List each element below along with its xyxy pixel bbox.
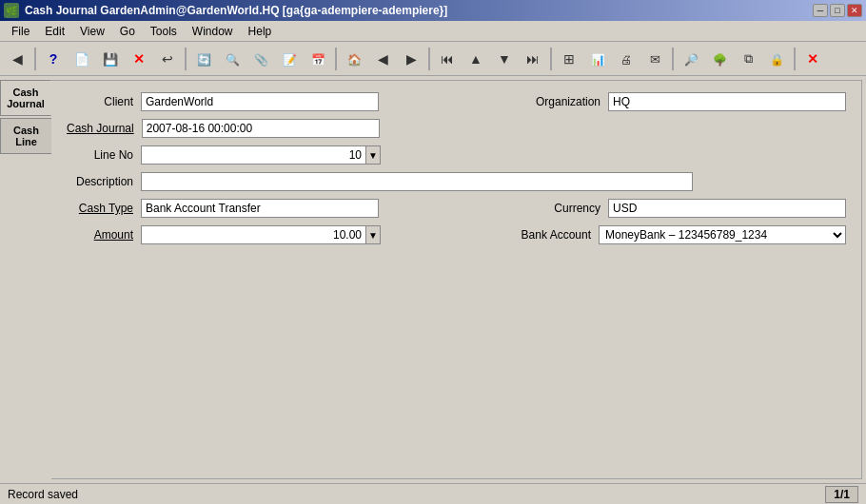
- email-button[interactable]: [641, 46, 668, 72]
- form-row-cashjournal: Cash Journal: [67, 119, 846, 138]
- side-tabs: Cash Journal Cash Line: [0, 76, 51, 483]
- form-row-description: Description: [67, 172, 846, 191]
- sep4: [428, 48, 430, 70]
- currency-input[interactable]: [608, 199, 846, 218]
- undo-icon: [162, 51, 173, 67]
- print-button[interactable]: [613, 46, 640, 72]
- chart-icon: [591, 51, 605, 67]
- lineno-spin-button[interactable]: ▼: [365, 145, 381, 165]
- title-bar-text: Cash Journal GardenAdmin@GardenWorld.HQ …: [25, 4, 447, 17]
- calendar-button[interactable]: [305, 46, 331, 72]
- currency-label: Currency: [543, 202, 600, 215]
- amount-spin-button[interactable]: ▼: [365, 225, 381, 244]
- up-button[interactable]: [463, 46, 489, 72]
- amount-input[interactable]: [141, 225, 365, 244]
- up-icon: [469, 51, 482, 67]
- back-button[interactable]: [4, 46, 30, 72]
- lineno-input[interactable]: [141, 145, 365, 165]
- sep2: [185, 48, 187, 70]
- app-icon: 🌿: [4, 3, 19, 18]
- find-icon: [226, 51, 240, 67]
- cal-icon: [311, 51, 325, 67]
- copy-icon: [744, 50, 753, 67]
- desc-label: Description: [67, 175, 133, 188]
- sep7: [794, 48, 796, 70]
- note-button[interactable]: [276, 46, 303, 72]
- menu-help[interactable]: Help: [241, 23, 280, 40]
- first-button[interactable]: [434, 46, 461, 72]
- down-icon: [498, 51, 511, 67]
- form-row-amount: Amount ▼ Bank Account MoneyBank – 123456…: [67, 225, 846, 244]
- cashjournal-input[interactable]: [142, 119, 380, 138]
- maximize-button[interactable]: □: [830, 4, 845, 17]
- zoom-button[interactable]: [678, 46, 704, 72]
- client-input[interactable]: [141, 92, 379, 111]
- org-input[interactable]: [608, 92, 846, 111]
- exit-button[interactable]: [799, 46, 826, 72]
- tab-cash-journal[interactable]: Cash Journal: [0, 80, 51, 116]
- lock-icon: [770, 51, 784, 67]
- undo-button[interactable]: [154, 46, 181, 72]
- prev-icon: [378, 51, 388, 67]
- next-icon: [406, 51, 417, 67]
- status-bar: Record saved 1/1: [0, 483, 866, 504]
- cashtype-label: Cash Type: [67, 202, 133, 215]
- print-icon: [620, 51, 632, 67]
- cashtype-input[interactable]: [141, 199, 379, 218]
- home-button[interactable]: [341, 46, 367, 72]
- save-icon: [103, 51, 118, 67]
- exit-icon: [807, 51, 818, 67]
- last-button[interactable]: [520, 46, 546, 72]
- prev-button[interactable]: [369, 46, 396, 72]
- cashjournal-label: Cash Journal: [67, 122, 134, 135]
- form-row-client: Client Organization: [67, 92, 846, 111]
- tree-icon: [713, 51, 727, 67]
- delete-icon: [133, 51, 145, 67]
- org-label: Organization: [524, 95, 600, 108]
- title-bar: 🌿 Cash Journal GardenAdmin@GardenWorld.H…: [0, 0, 866, 21]
- lineno-label: Line No: [67, 148, 133, 162]
- next-button[interactable]: [398, 46, 424, 72]
- page-indicator: 1/1: [825, 486, 858, 503]
- copy-button[interactable]: [735, 46, 761, 72]
- lock-button[interactable]: [763, 46, 790, 72]
- form-area: Client Organization Cash Journal Line No…: [51, 80, 862, 479]
- sep3: [335, 48, 337, 70]
- refresh-button[interactable]: [190, 46, 217, 72]
- amount-field-group: ▼: [141, 225, 381, 244]
- toolbar: [0, 42, 866, 76]
- sep5: [550, 48, 552, 70]
- new-button[interactable]: [69, 46, 95, 72]
- save-button[interactable]: [97, 46, 124, 72]
- menu-go[interactable]: Go: [112, 23, 143, 40]
- status-message: Record saved: [8, 488, 78, 501]
- amount-label: Amount: [67, 228, 133, 242]
- delete-button[interactable]: [126, 46, 152, 72]
- find-button[interactable]: [219, 46, 246, 72]
- attach-icon: [254, 51, 268, 67]
- desc-input[interactable]: [141, 172, 693, 191]
- attach-button[interactable]: [247, 46, 274, 72]
- refresh-icon: [197, 51, 211, 67]
- minimize-button[interactable]: ─: [813, 4, 828, 17]
- tree-button[interactable]: [706, 46, 733, 72]
- last-icon: [526, 51, 540, 67]
- grid-button[interactable]: [556, 46, 582, 72]
- help-button[interactable]: [40, 46, 67, 72]
- email-icon: [650, 51, 660, 67]
- menu-tools[interactable]: Tools: [143, 23, 185, 40]
- down-button[interactable]: [491, 46, 518, 72]
- back-icon: [12, 51, 23, 67]
- lineno-field-group: ▼: [141, 145, 381, 165]
- menu-view[interactable]: View: [72, 23, 112, 40]
- close-button[interactable]: ✕: [847, 4, 862, 17]
- menu-window[interactable]: Window: [185, 23, 241, 40]
- chart-button[interactable]: [584, 46, 611, 72]
- menu-edit[interactable]: Edit: [37, 23, 72, 40]
- menu-file[interactable]: File: [4, 23, 37, 40]
- new-icon: [74, 51, 89, 67]
- note-icon: [283, 51, 297, 67]
- tab-cash-line[interactable]: Cash Line: [0, 118, 51, 154]
- window-controls: ─ □ ✕: [813, 4, 862, 17]
- bankaccount-select[interactable]: MoneyBank – 123456789_1234: [599, 225, 846, 244]
